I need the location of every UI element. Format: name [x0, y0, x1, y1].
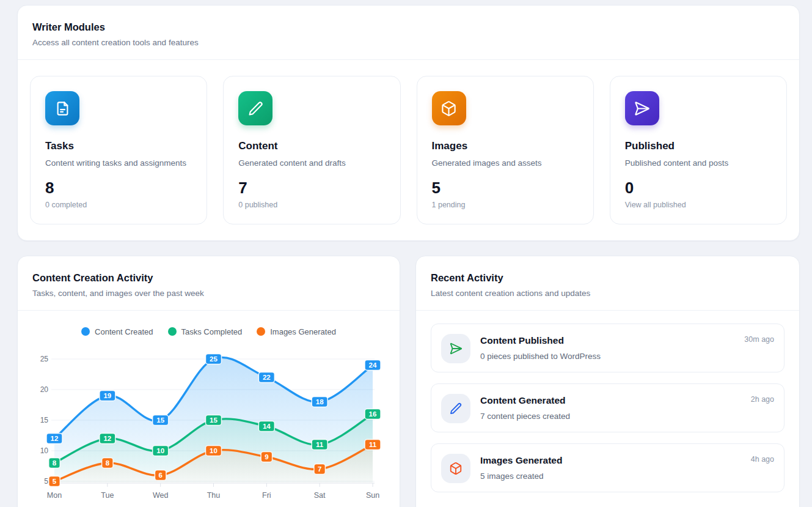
legend-label: Tasks Completed	[181, 327, 243, 336]
module-description: Published content and posts	[625, 158, 772, 168]
activity-line-chart[interactable]: 510152025MonTueWedThuFriSatSun1219152522…	[18, 344, 400, 507]
svg-text:25: 25	[40, 355, 49, 363]
svg-text:7: 7	[318, 465, 321, 473]
legend-dot-icon	[257, 327, 265, 336]
content-creation-activity-card: Content Creation Activity Tasks, content…	[17, 256, 400, 507]
svg-text:18: 18	[316, 398, 324, 405]
activity-description: 0 pieces published to WordPress	[480, 352, 601, 361]
svg-text:15: 15	[40, 416, 49, 424]
module-card-tasks[interactable]: Tasks Content writing tasks and assignme…	[30, 76, 207, 224]
svg-text:Sat: Sat	[314, 491, 326, 500]
svg-text:22: 22	[263, 374, 271, 381]
svg-text:15: 15	[156, 416, 164, 424]
box-icon	[432, 91, 466, 125]
activity-list: Content Published 0 pieces published to …	[416, 311, 799, 505]
writer-dashboard: Writer Modules Access all content creati…	[0, 5, 812, 507]
activity-title: Content Published	[480, 335, 601, 346]
writer-modules-header: Writer Modules Access all content creati…	[18, 6, 799, 59]
svg-text:8: 8	[106, 459, 110, 467]
module-sublabel: 0 published	[238, 201, 385, 209]
module-sublabel: 1 pending	[432, 201, 579, 209]
send-icon	[625, 91, 659, 125]
legend-dot-icon	[168, 327, 177, 336]
svg-text:25: 25	[210, 355, 218, 363]
divider	[18, 310, 400, 311]
legend-item[interactable]: Images Generated	[257, 327, 336, 336]
module-count: 8	[45, 179, 192, 198]
module-sublabel: 0 completed	[45, 201, 192, 209]
svg-text:10: 10	[40, 446, 49, 455]
activity-item-content-published: Content Published 0 pieces published to …	[431, 324, 785, 372]
activity-timestamp: 30m ago	[744, 335, 774, 344]
activity-timestamp: 2h ago	[751, 395, 774, 404]
activity-text: Content Generated 7 content pieces creat…	[480, 394, 570, 422]
module-count: 7	[238, 179, 385, 198]
chart-legend: Content CreatedTasks CompletedImages Gen…	[18, 325, 400, 338]
activity-item-images-generated: Images Generated 5 images created 4h ago	[431, 443, 785, 492]
activity-timestamp: 4h ago	[751, 455, 774, 464]
svg-text:5: 5	[44, 477, 48, 486]
activity-text: Images Generated 5 images created	[480, 454, 562, 482]
activity-title: Images Generated	[480, 455, 562, 466]
bottom-row: Content Creation Activity Tasks, content…	[17, 256, 800, 507]
svg-text:Mon: Mon	[47, 491, 62, 500]
svg-text:16: 16	[369, 410, 377, 418]
activity-description: 5 images created	[480, 472, 562, 481]
svg-text:8: 8	[53, 459, 57, 467]
svg-text:5: 5	[53, 478, 57, 485]
svg-text:11: 11	[316, 441, 324, 448]
svg-text:14: 14	[263, 423, 271, 430]
pencil-icon	[238, 91, 272, 125]
modules-grid: Tasks Content writing tasks and assignme…	[18, 60, 799, 240]
svg-text:6: 6	[158, 472, 162, 479]
module-title: Content	[238, 140, 385, 152]
chart-card-header: Content Creation Activity Tasks, content…	[18, 256, 400, 310]
svg-text:11: 11	[369, 441, 377, 448]
chart-body: Content CreatedTasks CompletedImages Gen…	[18, 325, 400, 507]
svg-text:10: 10	[156, 447, 164, 454]
module-title: Published	[625, 140, 772, 152]
svg-text:10: 10	[210, 447, 218, 454]
svg-text:9: 9	[265, 453, 268, 461]
legend-item[interactable]: Content Created	[81, 327, 153, 336]
module-sublabel: View all published	[625, 201, 772, 209]
svg-text:19: 19	[103, 392, 111, 399]
svg-text:Thu: Thu	[207, 491, 221, 500]
recent-activity-title: Recent Activity	[431, 272, 785, 284]
pencil-icon	[441, 394, 470, 423]
legend-label: Content Created	[95, 327, 153, 336]
writer-modules-subtitle: Access all content creation tools and fe…	[32, 38, 785, 47]
svg-text:12: 12	[51, 435, 59, 442]
svg-text:20: 20	[40, 385, 49, 394]
recent-activity-subtitle: Latest content creation actions and upda…	[431, 289, 785, 298]
svg-text:Fri: Fri	[262, 491, 271, 500]
activity-item-content-generated: Content Generated 7 content pieces creat…	[431, 383, 785, 432]
module-count: 5	[432, 179, 579, 198]
svg-text:Tue: Tue	[101, 491, 114, 500]
module-title: Tasks	[45, 140, 192, 152]
module-description: Generated images and assets	[432, 158, 579, 168]
module-title: Images	[432, 140, 579, 152]
module-card-published[interactable]: Published Published content and posts 0 …	[610, 76, 787, 224]
writer-modules-title: Writer Modules	[32, 21, 785, 33]
module-count: 0	[625, 179, 772, 198]
recent-activity-header: Recent Activity Latest content creation …	[416, 256, 799, 310]
recent-activity-card: Recent Activity Latest content creation …	[415, 256, 800, 507]
module-card-content[interactable]: Content Generated content and drafts 7 0…	[223, 76, 400, 224]
svg-text:24: 24	[369, 361, 377, 369]
writer-modules-card: Writer Modules Access all content creati…	[17, 5, 800, 241]
box-icon	[441, 454, 470, 483]
legend-label: Images Generated	[270, 327, 336, 336]
send-icon	[441, 334, 470, 363]
legend-dot-icon	[81, 327, 90, 336]
svg-text:Sun: Sun	[366, 491, 379, 500]
chart-card-subtitle: Tasks, content, and images over the past…	[32, 289, 385, 298]
module-description: Generated content and drafts	[238, 158, 385, 168]
chart-card-title: Content Creation Activity	[32, 272, 385, 284]
module-description: Content writing tasks and assignments	[45, 158, 192, 168]
activity-description: 7 content pieces created	[480, 412, 570, 421]
module-card-images[interactable]: Images Generated images and assets 5 1 p…	[417, 76, 594, 224]
legend-item[interactable]: Tasks Completed	[168, 327, 243, 336]
activity-text: Content Published 0 pieces published to …	[480, 334, 601, 362]
svg-text:Wed: Wed	[153, 491, 169, 500]
